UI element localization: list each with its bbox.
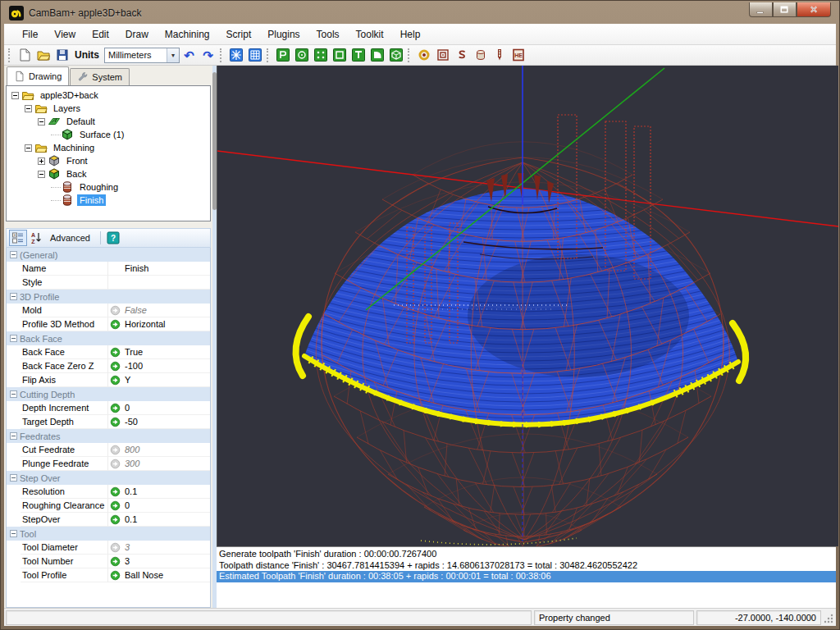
- property-value[interactable]: Horizontal: [122, 317, 210, 331]
- restore-button[interactable]: [773, 2, 797, 17]
- property-value[interactable]: Ball Nose: [122, 568, 210, 582]
- open-file-icon[interactable]: [34, 47, 52, 64]
- property-row-flip-axis[interactable]: Flip AxisY: [7, 373, 210, 387]
- property-row-plunge-feedrate[interactable]: Plunge Feedrate300: [7, 457, 210, 471]
- tree-item-apple3d-back[interactable]: apple3D+back: [7, 89, 210, 102]
- property-category-cutting-depth[interactable]: Cutting Depth: [7, 387, 210, 401]
- grid-toggle-icon[interactable]: [245, 47, 264, 64]
- menu-item-script[interactable]: Script: [218, 25, 260, 43]
- property-category-3d-profile[interactable]: 3D Profile: [7, 290, 210, 304]
- property-value[interactable]: [122, 276, 210, 290]
- 3d-viewport[interactable]: [217, 66, 836, 546]
- property-value[interactable]: Y: [122, 373, 210, 387]
- axis-toggle-icon[interactable]: [226, 47, 245, 64]
- property-category--general-[interactable]: (General): [7, 248, 210, 262]
- property-row-tool-profile[interactable]: Tool ProfileBall Nose: [7, 568, 210, 582]
- viewport-3d-scene[interactable]: [217, 66, 838, 546]
- collapse-icon[interactable]: [25, 144, 32, 152]
- minimize-button[interactable]: [749, 2, 773, 17]
- collapse-icon[interactable]: [10, 432, 17, 440]
- chevron-down-icon[interactable]: ▾: [167, 48, 179, 62]
- tree-item-roughing[interactable]: Roughing: [7, 180, 210, 194]
- tree-item-default[interactable]: Default: [7, 115, 210, 128]
- property-row-style[interactable]: Style: [7, 276, 210, 290]
- pocket-icon[interactable]: [433, 47, 452, 64]
- property-value[interactable]: 0: [122, 401, 210, 415]
- text-icon[interactable]: [349, 47, 368, 64]
- property-row-name[interactable]: NameFinish: [7, 262, 210, 276]
- close-button[interactable]: [797, 2, 831, 17]
- property-value[interactable]: -50: [122, 415, 210, 429]
- property-row-roughing-clearance[interactable]: Roughing Clearance0: [7, 499, 210, 513]
- advanced-label[interactable]: Advanced: [50, 233, 90, 243]
- collapse-icon[interactable]: [10, 251, 17, 258]
- new-file-icon[interactable]: [15, 47, 34, 64]
- titlebar[interactable]: CamBam+ apple3D+back: [4, 2, 836, 24]
- collapse-icon[interactable]: [10, 530, 17, 537]
- property-row-stepover[interactable]: StepOver0.1: [7, 513, 210, 527]
- property-value[interactable]: True: [122, 345, 210, 359]
- circle-icon[interactable]: [292, 47, 311, 64]
- property-value[interactable]: 3: [122, 555, 210, 568]
- rectangle-icon[interactable]: [330, 47, 349, 64]
- polyline-icon[interactable]: [273, 47, 292, 64]
- tree-item-machining[interactable]: Machining: [7, 141, 210, 154]
- menu-item-file[interactable]: File: [14, 25, 46, 43]
- menu-item-machining[interactable]: Machining: [157, 25, 218, 43]
- property-value[interactable]: 0: [122, 499, 210, 513]
- menu-item-view[interactable]: View: [46, 25, 84, 43]
- resize-grip[interactable]: [823, 611, 834, 624]
- property-row-depth-increment[interactable]: Depth Increment0: [7, 401, 210, 415]
- tab-drawing[interactable]: Drawing: [7, 66, 69, 85]
- categorized-button[interactable]: +: [9, 230, 27, 246]
- menu-item-draw[interactable]: Draw: [117, 25, 157, 43]
- message-log[interactable]: Generate toolpath 'Finish' duration : 00…: [217, 546, 836, 608]
- tree-item-surface-1-[interactable]: Surface (1): [7, 128, 210, 141]
- surface-icon[interactable]: [386, 47, 405, 64]
- property-row-tool-number[interactable]: Tool Number3: [7, 555, 210, 568]
- property-row-tool-diameter[interactable]: Tool Diameter3: [7, 541, 210, 555]
- menu-item-plugins[interactable]: Plugins: [259, 25, 308, 43]
- menu-item-help[interactable]: Help: [392, 25, 429, 43]
- tree-item-front[interactable]: Front: [7, 154, 210, 167]
- property-value[interactable]: False: [122, 304, 210, 317]
- log-line[interactable]: Toolpath distance 'Finish' : 30467.78144…: [217, 560, 836, 572]
- collapse-icon[interactable]: [38, 118, 45, 126]
- property-row-target-depth[interactable]: Target Depth-50: [7, 415, 210, 429]
- tree-item-layers[interactable]: Layers: [7, 102, 210, 115]
- tree-item-back[interactable]: Back: [7, 167, 210, 180]
- property-value[interactable]: 3: [122, 541, 210, 555]
- units-select[interactable]: Millimeters▾: [104, 48, 180, 63]
- menu-item-tools[interactable]: Tools: [308, 25, 348, 43]
- property-category-tool[interactable]: Tool: [7, 527, 210, 541]
- help-button[interactable]: ?: [104, 230, 122, 246]
- collapse-icon[interactable]: [11, 92, 19, 99]
- property-grid[interactable]: (General)NameFinishStyle3D ProfileMoldFa…: [6, 248, 211, 608]
- collapse-icon[interactable]: [10, 390, 17, 398]
- expand-icon[interactable]: [38, 158, 45, 165]
- property-row-profile-3d-method[interactable]: Profile 3D MethodHorizontal: [7, 317, 210, 331]
- tab-system[interactable]: System: [70, 68, 130, 85]
- property-value[interactable]: 0.1: [122, 513, 210, 527]
- collapse-icon[interactable]: [10, 474, 17, 482]
- property-value[interactable]: 0.1: [122, 485, 210, 499]
- property-value[interactable]: 800: [122, 443, 210, 457]
- collapse-icon[interactable]: [10, 335, 17, 342]
- property-category-feedrates[interactable]: Feedrates: [7, 429, 210, 443]
- collapse-icon[interactable]: [25, 105, 32, 112]
- profile3d-icon[interactable]: [490, 47, 509, 64]
- save-file-icon[interactable]: [52, 47, 71, 64]
- property-row-back-face[interactable]: Back FaceTrue: [7, 345, 210, 359]
- collapse-icon[interactable]: [38, 171, 45, 178]
- engrave-icon[interactable]: [452, 47, 471, 64]
- region-icon[interactable]: [368, 47, 386, 64]
- tree-item-finish[interactable]: Finish: [7, 194, 210, 207]
- heightmap-icon[interactable]: HE: [509, 47, 527, 64]
- property-value[interactable]: -100: [122, 359, 210, 373]
- collapse-icon[interactable]: [10, 293, 17, 300]
- property-value[interactable]: 300: [122, 457, 210, 471]
- points-icon[interactable]: [311, 47, 330, 64]
- property-category-back-face[interactable]: Back Face: [7, 331, 210, 345]
- property-row-cut-feedrate[interactable]: Cut Feedrate800: [7, 443, 210, 457]
- log-line[interactable]: Generate toolpath 'Finish' duration : 00…: [217, 549, 836, 560]
